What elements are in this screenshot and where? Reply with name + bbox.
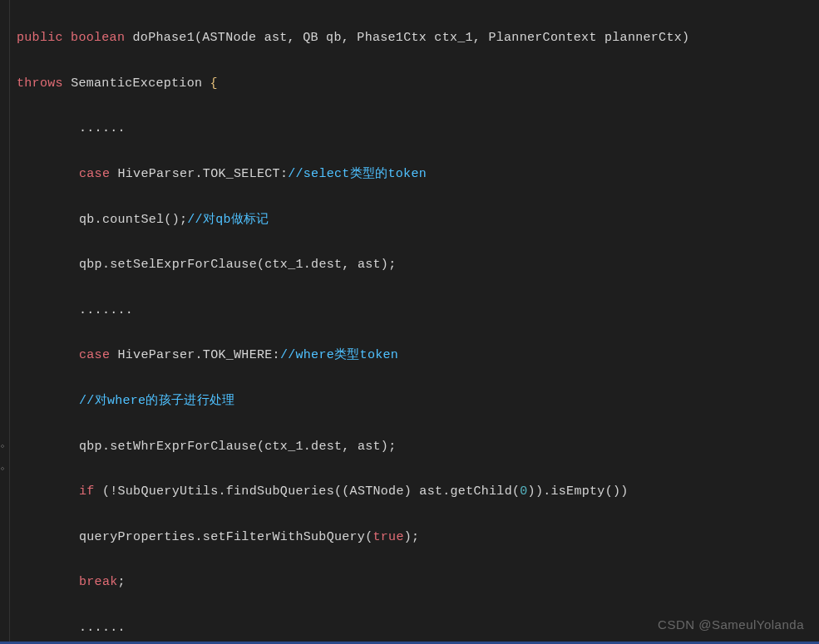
code-line: qbp.setSelExprForClause(ctx_1.dest, ast)…: [17, 253, 812, 276]
code-line: .......: [17, 299, 812, 322]
code-line: qb.countSel();//对qb做标记: [17, 209, 812, 231]
code-line: queryProperties.setFilterWithSubQuery(tr…: [17, 526, 812, 548]
code-line: ......: [17, 117, 812, 140]
code-line: case HiveParser.TOK_SELECT://select类型的to…: [17, 163, 812, 185]
gutter: ⬦ ⬦: [0, 0, 10, 644]
fold-marker-icon[interactable]: ⬦: [0, 461, 8, 469]
code-line: qbp.setWhrExprForClause(ctx_1.dest, ast)…: [17, 435, 812, 458]
code-line: //对where的孩子进行处理: [17, 390, 812, 412]
fold-marker-icon[interactable]: ⬦: [0, 439, 8, 447]
code-line: case HiveParser.TOK_WHERE://where类型token: [17, 344, 812, 366]
code-line: break;: [17, 571, 812, 593]
code-line: public boolean doPhase1(ASTNode ast, QB …: [17, 27, 812, 49]
code-line: throws SemanticException {: [17, 72, 812, 95]
code-line: if (!SubQueryUtils.findSubQueries((ASTNo…: [17, 480, 812, 503]
code-content[interactable]: public boolean doPhase1(ASTNode ast, QB …: [10, 0, 819, 644]
code-editor[interactable]: ⬦ ⬦ public boolean doPhase1(ASTNode ast,…: [0, 0, 819, 644]
watermark-text: CSDN @SameulYolanda: [658, 613, 804, 636]
